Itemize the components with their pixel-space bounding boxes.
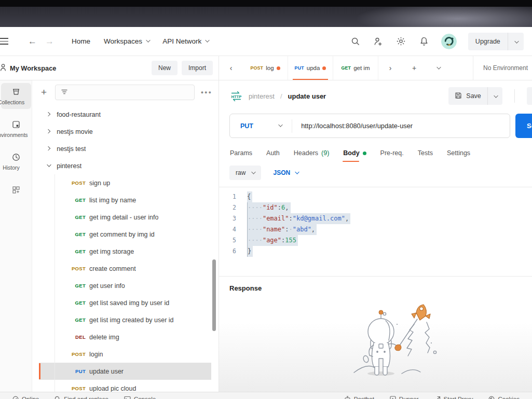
collection-item[interactable]: nestjs movie [39,123,211,140]
request-tab[interactable]: POSTlog [243,56,288,80]
sidebar-body: CollectionsEnvironmentsHistory + ●●● foo… [0,80,219,392]
more-options-icon[interactable]: ●●● [201,90,212,95]
new-tab-icon[interactable]: + [402,64,426,72]
workspace-title[interactable]: My Workspace [10,64,56,72]
request-name: list img by name [89,197,136,204]
save-button[interactable]: Save [448,92,487,101]
request-item[interactable]: PUTupdate user [39,363,211,380]
request-config-tab-tests[interactable]: Tests [418,149,433,157]
request-config-tabs: ParamsAuthHeaders(9)BodyPre-req.TestsSet… [219,143,532,163]
workspace-header: My Workspace New Import [0,56,219,80]
request-config-tab-pre-req-[interactable]: Pre-req. [380,149,404,157]
invite-user-icon[interactable] [373,36,384,47]
sidebar-rail-item-apps[interactable] [1,181,31,198]
request-tab[interactable]: GETget im [333,56,378,80]
save-icon [455,92,462,101]
request-item[interactable]: GETget comment by img id [39,226,211,243]
sidebar-scrollbar[interactable] [212,259,216,331]
request-config-tab-body[interactable]: Body [343,149,366,157]
statusbar-label: Find and replace [64,396,108,399]
upgrade-chevron-icon[interactable] [508,37,524,45]
breadcrumb-request-name[interactable]: update user [288,92,326,100]
forward-arrow-icon[interactable]: → [41,36,58,47]
request-config-tab-params[interactable]: Params [230,149,252,157]
statusbar-postbot[interactable]: Postbot [344,396,374,399]
request-item[interactable]: POSTcreate comment [39,260,211,277]
headers-count: (9) [321,149,329,157]
statusbar-runner[interactable]: Runner [390,396,419,399]
send-button[interactable]: Send [515,114,532,138]
tab-options-chevron-icon[interactable] [426,66,450,70]
hamburger-menu-icon[interactable] [0,35,10,48]
body-format-select[interactable]: JSON [274,169,298,176]
request-item[interactable]: GETget list saved img by user id [39,294,211,311]
sidebar-rail-item-history[interactable]: History [1,148,31,174]
nav-api-network[interactable]: API Network [162,37,208,45]
request-name: get list img created by user id [89,317,174,324]
statusbar-start-proxy[interactable]: Start Proxy [434,396,473,399]
method-selector[interactable]: PUT [230,122,253,130]
environment-selector[interactable]: No Environment [473,56,532,80]
collection-item[interactable]: nestjs test [39,140,211,157]
method-chevron-icon[interactable] [278,123,283,128]
upgrade-button[interactable]: Upgrade [468,33,524,50]
code-line: 2····"id":6, [219,202,532,213]
chevron-right-icon [46,112,51,117]
request-item[interactable]: DELdelete img [39,328,211,346]
rail-item-label: Collections [0,99,31,105]
json-body-editor[interactable]: 1{2····"id":6,3····"email":"kd@gmail.com… [219,187,532,276]
collections-toolbar: + ●●● [39,85,219,100]
new-button[interactable]: New [152,61,178,75]
request-method-label: GET [56,300,86,306]
collection-item[interactable]: food-restaurant [39,106,211,123]
tab-label: Auth [266,149,280,157]
request-header: HTTP pinterest / update user Save [219,80,532,111]
collection-item[interactable]: pinterest [39,157,211,174]
line-content: ····"age":155 [247,235,298,246]
cookie-icon [488,396,495,399]
request-config-tab-settings[interactable]: Settings [447,149,470,157]
body-type-select[interactable]: raw [229,166,261,180]
chevron-down-icon [47,163,51,168]
import-button[interactable]: Import [182,61,213,75]
search-icon[interactable] [350,36,361,47]
request-item[interactable]: POSTupload pic cloud [39,380,211,392]
back-arrow-icon[interactable]: ← [24,36,41,47]
statusbar-console[interactable]: Console [124,396,156,399]
notifications-bell-icon[interactable] [418,36,430,47]
settings-gear-icon[interactable] [395,36,407,47]
filter-icon [61,89,68,97]
sidebar-rail-item-collections[interactable]: Collections [1,83,31,109]
workspace-icon [0,62,9,74]
request-config-tab-headers[interactable]: Headers(9) [294,149,330,157]
nav-workspaces[interactable]: Workspaces [104,37,149,45]
sidebar-rail-item-environments[interactable]: Environments [1,116,31,142]
request-tab[interactable]: PUTupda [288,56,333,80]
url-input[interactable]: http://localhost:8080/user/update-user [292,122,413,130]
request-item[interactable]: GETget img detail - user info [39,209,211,226]
statusbar-cookies[interactable]: Cookies [488,396,520,399]
breadcrumb-collection[interactable]: pinterest [249,92,275,100]
add-collection-button[interactable]: + [39,87,49,98]
request-item[interactable]: GETlist img by name [39,191,211,209]
body-toolbar: raw JSON [219,163,532,187]
text-selection: ····"id":6, [247,202,291,213]
request-item[interactable]: POSTlogin [39,346,211,363]
request-config-tab-auth[interactable]: Auth [266,149,280,157]
nav-home[interactable]: Home [72,37,90,45]
request-item[interactable]: GETget user info [39,277,211,294]
share-button-partial[interactable] [527,87,532,105]
request-item[interactable]: POSTsign up [39,174,211,191]
scroll-tabs-left-icon[interactable]: ‹ [219,56,243,80]
request-item[interactable]: GETget img storage [39,243,211,260]
user-avatar[interactable] [441,34,457,49]
statusbar-online[interactable]: Online [12,396,39,399]
request-item[interactable]: GETget list img created by user id [39,311,211,328]
collections-filter[interactable] [55,85,195,100]
save-options-chevron-icon[interactable] [488,92,502,100]
scroll-tabs-right-icon[interactable]: › [378,64,402,72]
statusbar-find-and-replace[interactable]: Find and replace [54,396,108,399]
collections-filter-input[interactable] [72,89,189,96]
postbot-icon [344,396,351,399]
environment-label: No Environment [483,64,528,72]
